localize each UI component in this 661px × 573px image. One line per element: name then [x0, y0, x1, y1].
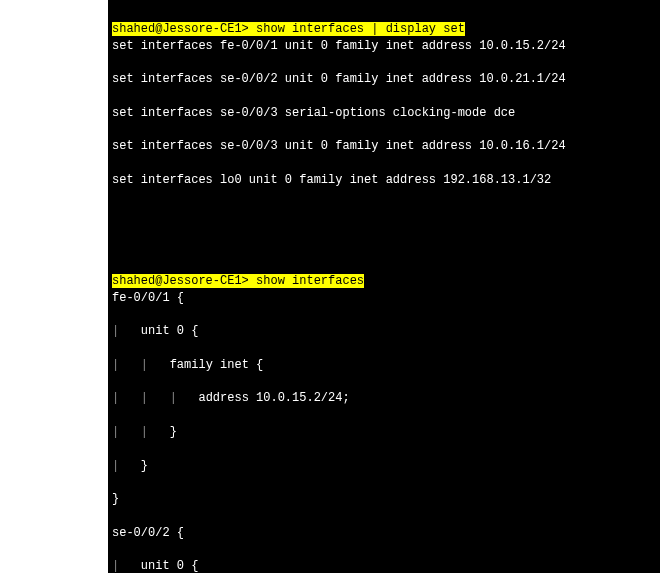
cfg-line: | unit 0 { — [112, 323, 660, 340]
command-1[interactable]: show interfaces | display set — [249, 22, 465, 36]
cfg-line: se-0/0/2 { — [112, 525, 660, 542]
prompt-2: shahed@Jessore-CE1> — [112, 274, 249, 288]
prompt-1: shahed@Jessore-CE1> — [112, 22, 249, 36]
cfg-line: } — [112, 491, 660, 508]
cfg-line: | } — [112, 458, 660, 475]
output-line: set interfaces se-0/0/2 unit 0 family in… — [112, 71, 660, 88]
blank-line — [112, 239, 660, 256]
cfg-line: | | } — [112, 424, 660, 441]
terminal-window: shahed@Jessore-CE1> show interfaces | di… — [108, 0, 660, 573]
output-line: set interfaces se-0/0/3 serial-options c… — [112, 105, 660, 122]
output-line: set interfaces fe-0/0/1 unit 0 family in… — [112, 38, 660, 55]
blank-line — [112, 206, 660, 223]
cfg-line: | | family inet { — [112, 357, 660, 374]
output-line: set interfaces lo0 unit 0 family inet ad… — [112, 172, 660, 189]
cfg-line: fe-0/0/1 { — [112, 290, 660, 307]
cfg-line: | | | address 10.0.15.2/24; — [112, 390, 660, 407]
output-line: set interfaces se-0/0/3 unit 0 family in… — [112, 138, 660, 155]
command-2[interactable]: show interfaces — [249, 274, 364, 288]
cfg-line: | unit 0 { — [112, 558, 660, 573]
